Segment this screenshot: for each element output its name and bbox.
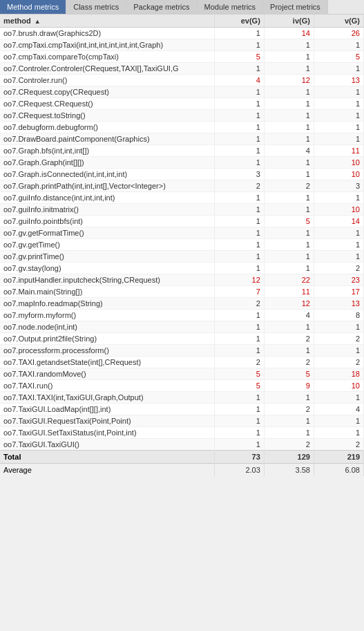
table-container: method ▲ ev(G) iv(G) v(G) oo7.brush.draw… [0, 15, 364, 476]
vg-cell: 8 [314, 310, 363, 321]
ivg-cell: 1 [264, 227, 314, 239]
table-header-row: method ▲ ev(G) iv(G) v(G) [0, 15, 364, 28]
method-name-cell: oo7.CRequest.copy(CRequest) [0, 86, 214, 98]
evg-cell: 7 [214, 286, 264, 298]
table-row: oo7.TaxiGUI.SetTaxiStatus(int,Point,int)… [0, 427, 364, 439]
evg-cell: 5 [214, 368, 264, 380]
vg-cell: 5 [314, 51, 363, 63]
table-row: oo7.TaxiGUI.RequestTaxi(Point,Point)111 [0, 415, 364, 427]
vg-cell: 1 [314, 427, 363, 439]
avg-row: Average 2.03 3.58 6.08 [0, 464, 364, 477]
table-row: oo7.TAXI.TAXI(int,TaxiGUI,Graph,Output)1… [0, 392, 364, 404]
vg-cell: 1 [314, 392, 363, 404]
ivg-cell: 5 [264, 216, 314, 227]
ivg-cell: 1 [264, 157, 314, 169]
method-name-cell: oo7.Graph.printPath(int,int,int[],Vector… [0, 180, 214, 192]
table-row: oo7.Output.print2file(String)122 [0, 333, 364, 345]
evg-cell: 2 [214, 180, 264, 192]
table-row: oo7.gv.getTime()111 [0, 239, 364, 251]
col-evg[interactable]: ev(G) [214, 15, 264, 28]
evg-cell: 1 [214, 415, 264, 427]
method-name-cell: oo7.mapInfo.readmap(String) [0, 298, 214, 310]
evg-cell: 1 [214, 192, 264, 204]
method-name-cell: oo7.DrawBoard.paintComponent(Graphics) [0, 133, 214, 145]
evg-cell: 1 [214, 251, 264, 263]
ivg-cell: 2 [264, 180, 314, 192]
method-name-cell: oo7.Graph.isConnected(int,int,int,int) [0, 169, 214, 180]
method-name-cell: oo7.cmpTaxi.compareTo(cmpTaxi) [0, 51, 214, 63]
method-name-cell: oo7.processform.processform() [0, 345, 214, 357]
method-name-cell: oo7.guiInfo.pointbfs(int) [0, 216, 214, 227]
evg-cell: 1 [214, 157, 264, 169]
method-name-cell: oo7.guiInfo.initmatrix() [0, 204, 214, 216]
evg-cell: 12 [214, 274, 264, 286]
vg-cell: 1 [314, 86, 363, 98]
evg-cell: 5 [214, 380, 264, 392]
vg-cell: 1 [314, 239, 363, 251]
total-vg: 219 [314, 451, 363, 464]
col-method[interactable]: method ▲ [0, 15, 214, 28]
table-row: oo7.TAXI.getandsetState(int[],CRequest)2… [0, 357, 364, 368]
evg-cell: 1 [214, 204, 264, 216]
table-row: oo7.gv.printTime()111 [0, 251, 364, 263]
vg-cell: 13 [314, 298, 363, 310]
vg-cell: 1 [314, 192, 363, 204]
table-row: oo7.Controler.run()41213 [0, 75, 364, 86]
vg-cell: 1 [314, 321, 363, 333]
ivg-cell: 1 [264, 98, 314, 110]
ivg-cell: 11 [264, 286, 314, 298]
method-name-cell: oo7.CRequest.toString() [0, 110, 214, 122]
method-name-cell: oo7.brush.draw(Graphics2D) [0, 28, 214, 39]
ivg-cell: 1 [264, 86, 314, 98]
evg-cell: 1 [214, 321, 264, 333]
table-footer: Total 73 129 219 Average 2.03 3.58 6.08 [0, 451, 364, 477]
method-name-cell: oo7.Graph.bfs(int,int,int[]) [0, 145, 214, 157]
method-name-cell: oo7.inputHandler.inputcheck(String,CRequ… [0, 274, 214, 286]
method-name-cell: oo7.TaxiGUI.TaxiGUI() [0, 439, 214, 451]
tab-module-metrics[interactable]: Module metrics [198, 0, 264, 14]
method-name-cell: oo7.TaxiGUI.LoadMap(int[][],int) [0, 404, 214, 415]
tab-project-metrics[interactable]: Project metrics [263, 0, 328, 14]
evg-cell: 1 [214, 145, 264, 157]
ivg-cell: 1 [264, 169, 314, 180]
evg-cell: 3 [214, 169, 264, 180]
evg-cell: 1 [214, 122, 264, 133]
table-row: oo7.TaxiGUI.LoadMap(int[][],int)124 [0, 404, 364, 415]
ivg-cell: 1 [264, 392, 314, 404]
method-name-cell: oo7.TAXI.TAXI(int,TaxiGUI,Graph,Output) [0, 392, 214, 404]
evg-cell: 1 [214, 227, 264, 239]
table-row: oo7.Controler.Controler(CRequest,TAXI[],… [0, 63, 364, 75]
vg-cell: 2 [314, 439, 363, 451]
table-row: oo7.myform.myform()148 [0, 310, 364, 321]
vg-cell: 23 [314, 274, 363, 286]
vg-cell: 1 [314, 98, 363, 110]
method-name-cell: oo7.myform.myform() [0, 310, 214, 321]
evg-cell: 1 [214, 110, 264, 122]
ivg-cell: 1 [264, 122, 314, 133]
total-ivg: 129 [264, 451, 314, 464]
tab-method-metrics[interactable]: Method metrics [0, 0, 66, 14]
vg-cell: 10 [314, 157, 363, 169]
table-body: oo7.brush.draw(Graphics2D)11426oo7.cmpTa… [0, 28, 364, 451]
ivg-cell: 1 [264, 345, 314, 357]
vg-cell: 17 [314, 286, 363, 298]
tab-package-metrics[interactable]: Package metrics [126, 0, 197, 14]
table-row: oo7.guiInfo.initmatrix()1110 [0, 204, 364, 216]
evg-cell: 1 [214, 345, 264, 357]
col-ivg[interactable]: iv(G) [264, 15, 314, 28]
vg-cell: 1 [314, 345, 363, 357]
tab-class-metrics[interactable]: Class metrics [66, 0, 126, 14]
method-name-cell: oo7.TAXI.run() [0, 380, 214, 392]
method-name-cell: oo7.TAXI.randomMove() [0, 368, 214, 380]
ivg-cell: 2 [264, 404, 314, 415]
vg-cell: 10 [314, 169, 363, 180]
method-name-cell: oo7.TaxiGUI.SetTaxiStatus(int,Point,int) [0, 427, 214, 439]
ivg-cell: 1 [264, 251, 314, 263]
evg-cell: 1 [214, 239, 264, 251]
ivg-cell: 22 [264, 274, 314, 286]
col-vg[interactable]: v(G) [314, 15, 363, 28]
evg-cell: 1 [214, 310, 264, 321]
ivg-cell: 2 [264, 357, 314, 368]
ivg-cell: 9 [264, 380, 314, 392]
method-name-cell: oo7.Controler.run() [0, 75, 214, 86]
